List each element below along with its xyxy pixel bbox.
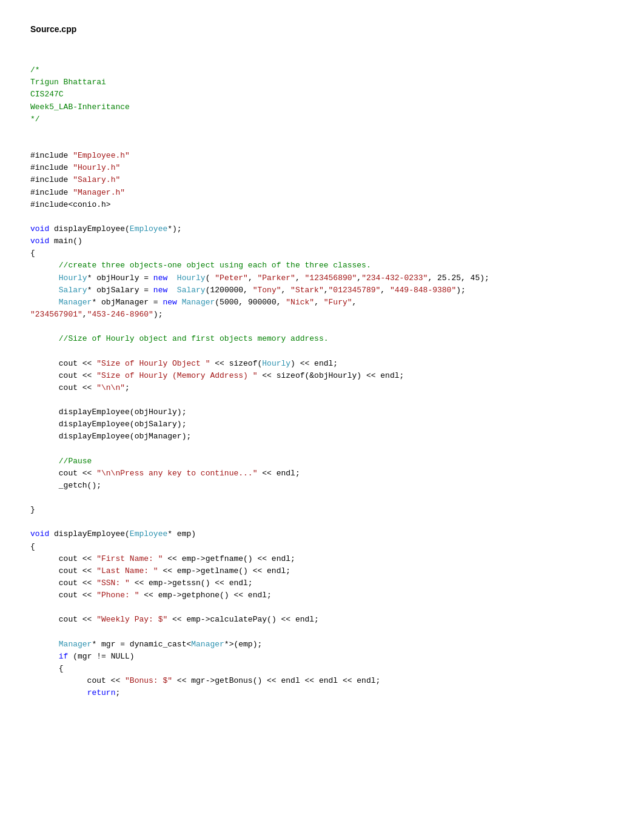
- code-container: /* Trigun Bhattarai CIS247C Week5_LAB-In…: [30, 52, 614, 699]
- file-title: Source.cpp: [30, 24, 614, 34]
